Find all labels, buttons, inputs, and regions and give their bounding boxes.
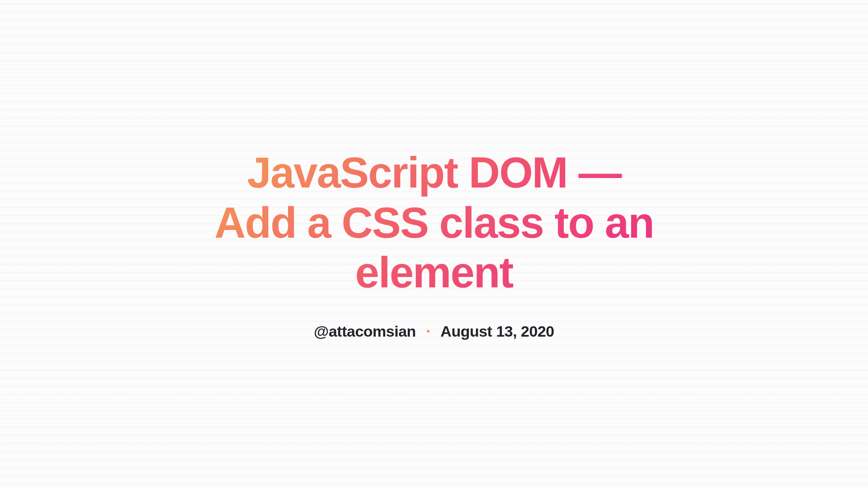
article-meta: @attacomsian • August 13, 2020 [203, 323, 665, 340]
author-handle: @attacomsian [314, 323, 416, 340]
meta-separator: • [427, 327, 430, 336]
article-card: JavaScript DOM — Add a CSS class to an e… [185, 148, 683, 340]
article-title: JavaScript DOM — Add a CSS class to an e… [203, 148, 665, 297]
article-date: August 13, 2020 [440, 323, 554, 340]
